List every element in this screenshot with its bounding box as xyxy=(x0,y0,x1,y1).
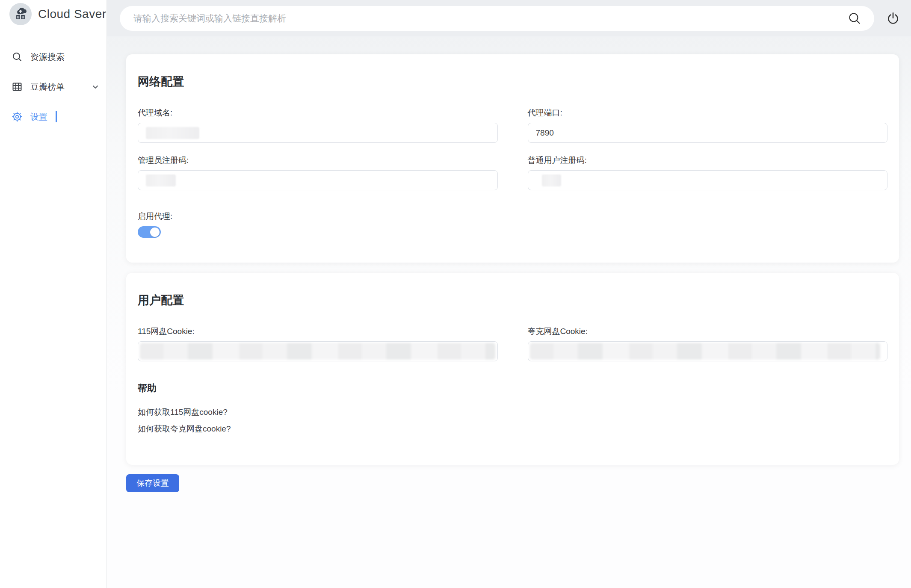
help-link-115-cookie[interactable]: 如何获取115网盘cookie? xyxy=(138,407,228,418)
admin-code-label: 管理员注册码: xyxy=(138,155,498,166)
sidebar: Cloud Saver 资源搜索 豆瓣榜单 xyxy=(0,0,107,588)
sidebar-menu: 资源搜索 豆瓣榜单 xyxy=(0,28,106,132)
cookie-115-label: 115网盘Cookie: xyxy=(138,326,498,337)
save-settings-button[interactable]: 保存设置 xyxy=(126,474,179,492)
cloud-saver-logo-icon xyxy=(9,3,32,25)
user-config-card: 用户配置 115网盘Cookie: 夸克网盘Cookie: xyxy=(126,273,899,465)
settings-page: 网络配置 代理域名: 代理端口: 管理员注册码: xyxy=(107,36,911,588)
proxy-domain-field: 代理域名: xyxy=(138,107,498,143)
sidebar-item-resource-search[interactable]: 资源搜索 xyxy=(0,42,106,72)
sidebar-item-label: 资源搜索 xyxy=(30,51,65,63)
proxy-port-label: 代理端口: xyxy=(528,107,888,118)
network-config-card: 网络配置 代理域名: 代理端口: 管理员注册码: xyxy=(126,54,899,263)
proxy-domain-label: 代理域名: xyxy=(138,107,498,118)
sidebar-item-settings[interactable]: 设置 xyxy=(0,102,106,132)
cookie-quark-field: 夸克网盘Cookie: xyxy=(528,326,888,361)
search-icon xyxy=(12,51,23,62)
cookie-115-field: 115网盘Cookie: xyxy=(138,326,498,361)
masked-value xyxy=(146,174,176,186)
admin-code-input[interactable] xyxy=(138,170,498,190)
cookie-quark-input[interactable] xyxy=(528,341,888,361)
search-icon[interactable] xyxy=(844,8,865,29)
enable-proxy-field: 启用代理: xyxy=(138,211,887,238)
grid-icon xyxy=(12,81,23,92)
masked-value xyxy=(542,174,561,186)
topbar xyxy=(107,0,911,36)
masked-value xyxy=(140,343,495,360)
sidebar-item-douban-charts[interactable]: 豆瓣榜单 xyxy=(0,72,106,102)
toggle-knob xyxy=(150,228,160,237)
proxy-port-input[interactable] xyxy=(528,123,888,143)
search-input[interactable] xyxy=(133,13,844,24)
app-title: Cloud Saver xyxy=(38,7,106,21)
proxy-domain-input[interactable] xyxy=(138,123,498,143)
help-title: 帮助 xyxy=(138,382,887,395)
cookie-115-input[interactable] xyxy=(138,341,498,361)
app-window: Cloud Saver 资源搜索 豆瓣榜单 xyxy=(0,0,911,588)
enable-proxy-label: 启用代理: xyxy=(138,211,887,222)
search-bar xyxy=(120,6,874,31)
masked-value xyxy=(146,127,199,139)
masked-value xyxy=(530,343,881,360)
sidebar-item-label: 豆瓣榜单 xyxy=(30,81,65,93)
proxy-port-field: 代理端口: xyxy=(528,107,888,143)
user-code-label: 普通用户注册码: xyxy=(528,155,888,166)
user-code-field: 普通用户注册码: xyxy=(528,155,888,190)
main-area: 网络配置 代理域名: 代理端口: 管理员注册码: xyxy=(107,0,911,588)
enable-proxy-toggle[interactable] xyxy=(138,226,161,238)
text-cursor xyxy=(56,111,57,122)
chevron-down-icon xyxy=(92,83,99,91)
brand: Cloud Saver xyxy=(0,0,106,28)
gear-icon xyxy=(12,111,23,122)
section-title-network: 网络配置 xyxy=(138,74,887,89)
section-title-user: 用户配置 xyxy=(138,293,887,308)
sidebar-item-label: 设置 xyxy=(30,111,47,123)
admin-code-field: 管理员注册码: xyxy=(138,155,498,190)
cookie-quark-label: 夸克网盘Cookie: xyxy=(528,326,888,337)
help-link-quark-cookie[interactable]: 如何获取夸克网盘cookie? xyxy=(138,423,231,434)
user-code-input[interactable] xyxy=(528,170,888,190)
power-icon[interactable] xyxy=(883,8,903,29)
